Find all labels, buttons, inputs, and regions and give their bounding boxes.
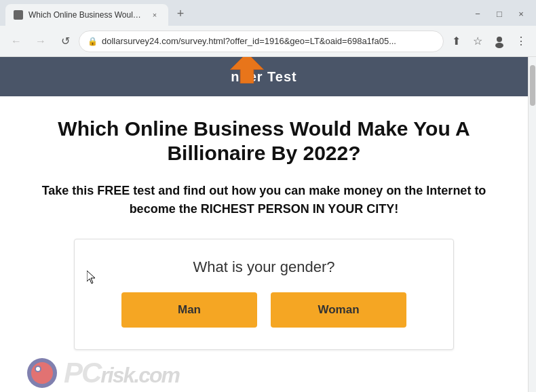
pc-ball-inner [31,362,53,384]
maximize-button[interactable]: □ [490,4,509,23]
active-tab[interactable]: Which Online Business Would M... × [5,4,168,26]
pc-ball [27,358,57,388]
page-header: nner Test [0,57,528,96]
pc-logo [27,358,57,388]
watermark: PCrisk.com [27,357,528,389]
svg-point-0 [497,37,502,42]
tab-title: Which Online Business Would M... [28,10,144,20]
tab-close-button[interactable]: × [149,9,160,20]
window-controls: − □ × [468,4,531,23]
back-button[interactable]: ← [5,31,27,52]
share-icon[interactable]: ⬆ [446,32,465,51]
scrollbar[interactable] [528,57,536,392]
svg-marker-2 [230,57,263,83]
watermark-text: PCrisk.com [64,357,179,389]
menu-icon[interactable]: ⋮ [512,32,531,51]
svg-point-3 [33,364,52,383]
arrow-icon [230,57,264,83]
browser-window: Which Online Business Would M... × + − □… [0,0,536,392]
new-tab-button[interactable]: + [171,4,190,23]
svg-point-5 [36,367,40,371]
survey-card: What is your gender? Man Woman [74,239,454,350]
subtext: Take this FREE test and find out how you… [41,182,487,218]
nav-bar: ← → ↺ 🔒 dollarsurvey24.com/survey.html?o… [0,26,536,57]
lock-icon: 🔒 [88,37,98,46]
survey-question: What is your gender? [102,258,426,276]
survey-buttons: Man Woman [102,292,426,328]
man-button[interactable]: Man [121,292,257,328]
address-bar[interactable]: 🔒 dollarsurvey24.com/survey.html?offer_i… [79,31,444,52]
svg-point-1 [495,43,503,48]
page-content: nner Test Which Online Business Would Ma… [0,57,528,392]
tab-favicon [14,10,23,20]
minimize-button[interactable]: − [468,4,487,23]
url-text: dollarsurvey24.com/survey.html?offer_id=… [102,36,435,46]
forward-button[interactable]: → [30,31,52,52]
main-body: Which Online Business Would Make You A B… [0,96,528,364]
page-area: nner Test Which Online Business Would Ma… [0,57,536,392]
tab-bar: Which Online Business Would M... × + − □… [0,0,536,26]
close-button[interactable]: × [512,4,531,23]
profile-icon[interactable] [490,32,509,51]
woman-button[interactable]: Woman [271,292,406,328]
headline: Which Online Business Would Make You A B… [41,117,487,165]
bookmark-icon[interactable]: ☆ [468,32,487,51]
scrollbar-thumb[interactable] [530,65,535,106]
refresh-button[interactable]: ↺ [54,31,76,52]
